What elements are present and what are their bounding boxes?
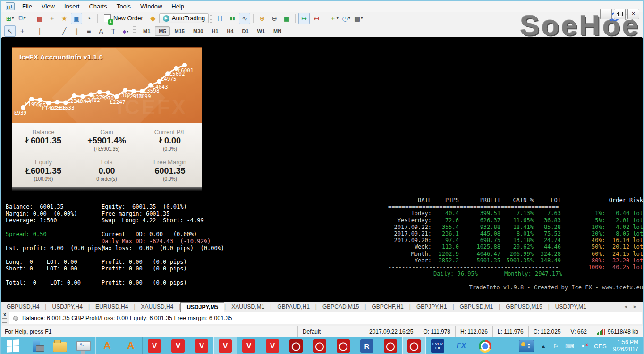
broker-circle-glyph: ◯ xyxy=(337,339,350,353)
tab-scroll-left-icon[interactable]: ◄ xyxy=(623,304,628,312)
tab-xauusd-m1[interactable]: XAUUSD,M1 xyxy=(226,302,270,312)
menu-view[interactable]: View xyxy=(37,1,59,11)
text-label-tool-icon[interactable]: T xyxy=(108,25,119,37)
timeframe-m1[interactable]: M1 xyxy=(139,26,154,36)
tab-scroll-right-icon[interactable]: ► xyxy=(633,304,637,312)
chart-area[interactable]: ICEFX IceFX AccountInfo v1.1.0 Ł939Ł1955… xyxy=(2,37,642,302)
timeframe-w1[interactable]: W1 xyxy=(254,26,269,36)
broker-circle-icon[interactable]: ◯ xyxy=(402,337,426,354)
task-view-icon[interactable] xyxy=(25,337,48,354)
timeframe-m15[interactable]: M15 xyxy=(171,26,188,36)
start-button[interactable] xyxy=(1,337,25,354)
tray-settings-icon[interactable] xyxy=(519,340,534,352)
terminal-icon[interactable]: ▣ xyxy=(71,13,82,24)
mt4-terminal-icon[interactable]: V xyxy=(213,337,237,354)
system-monitor-icon[interactable] xyxy=(72,337,95,354)
tab-usdjpy-m1[interactable]: USDJPY,M1 xyxy=(550,302,592,312)
tab-eurusd-h4[interactable]: EURUSD,H4 xyxy=(90,302,134,312)
auto-scroll-icon[interactable]: ↦ xyxy=(298,13,310,24)
templates-icon[interactable]: ▤▾ xyxy=(353,13,364,24)
mt4-terminal-icon[interactable]: V xyxy=(237,337,261,354)
zoom-out-icon[interactable]: ⊖ xyxy=(269,13,280,24)
menu-file[interactable]: File xyxy=(17,1,37,11)
timeframe-d1[interactable]: D1 xyxy=(238,26,253,36)
fx-app-icon[interactable]: FX xyxy=(449,337,473,354)
mt4-terminal-icon[interactable]: V xyxy=(261,337,284,354)
horizontal-line-tool-icon[interactable]: — xyxy=(46,25,58,37)
tile-windows-icon[interactable]: ▦ xyxy=(281,13,292,24)
cursor-tool-icon[interactable]: ↖ xyxy=(4,25,16,37)
new-chart-icon[interactable]: ⊞▾ xyxy=(4,13,16,24)
terminal-close-icon[interactable]: x xyxy=(2,312,8,318)
periods-icon[interactable]: ◷▾ xyxy=(340,13,352,24)
timeframe-mn[interactable]: MN xyxy=(270,26,285,36)
taskbar-clock[interactable]: 1:56 PM 9/26/2017 xyxy=(613,339,638,353)
chrome-icon[interactable] xyxy=(473,337,497,354)
column-header: DATE xyxy=(388,197,432,203)
indicators-icon[interactable]: ＋▾ xyxy=(328,13,339,24)
menu-tools[interactable]: Tools xyxy=(112,1,136,11)
restore-button[interactable] xyxy=(614,9,626,19)
minimize-button[interactable]: – xyxy=(600,9,612,19)
data-window-icon[interactable]: ＋ xyxy=(46,13,58,24)
mt4-terminal-icon[interactable]: V xyxy=(143,337,166,354)
vertical-line-tool-icon[interactable]: | xyxy=(34,25,45,37)
line-chart-icon[interactable]: ∿ xyxy=(239,13,250,24)
tab-gbpaud-h1[interactable]: GBPAUD,H1 xyxy=(271,302,315,312)
trendline-tool-icon[interactable]: ╱ xyxy=(59,25,70,37)
crosshair-tool-icon[interactable]: ＋ xyxy=(17,25,28,37)
broker-circle-icon[interactable]: ◯ xyxy=(284,337,308,354)
r-trader-icon[interactable]: R xyxy=(355,337,379,354)
menu-window[interactable]: Window xyxy=(136,1,167,11)
everfx-icon[interactable]: EVERFX xyxy=(426,337,449,354)
chart-shift-icon[interactable]: ↤ xyxy=(311,13,322,24)
keyboard-layout[interactable]: CES xyxy=(594,343,607,350)
fibonacci-tool-icon[interactable]: ≡ xyxy=(83,25,94,37)
tab-usdjpy-h4[interactable]: USDJPY,H4 xyxy=(46,302,88,312)
profile-cell[interactable]: Default xyxy=(297,326,364,337)
network-icon[interactable]: ⌨ xyxy=(565,343,574,350)
text-tool-icon[interactable]: A xyxy=(95,25,107,37)
tray-expand-icon[interactable]: ▲ xyxy=(541,343,547,350)
candlestick-chart-icon[interactable]: ▮▮ xyxy=(227,13,238,24)
menu-help[interactable]: Help xyxy=(167,1,189,11)
broker-circle-icon[interactable]: ◯ xyxy=(379,337,402,354)
tab-usdjpy-m5[interactable]: USDJPY,M5 xyxy=(180,302,224,312)
speaker-muted-icon[interactable]: × xyxy=(581,343,587,349)
timeframe-h4[interactable]: H4 xyxy=(223,26,237,36)
menu-charts[interactable]: Charts xyxy=(84,1,111,11)
tab-gbpusd-m15[interactable]: GBPUSD,M15 xyxy=(500,302,548,312)
menu-insert[interactable]: Insert xyxy=(59,1,85,11)
channel-tool-icon[interactable]: ∥ xyxy=(71,25,82,37)
market-watch-icon[interactable]: ▤ xyxy=(34,13,45,24)
tab-gbpusd-m1[interactable]: GBPUSD,M1 xyxy=(454,302,499,312)
tab-gbpchf-h1[interactable]: GBPCHF,H1 xyxy=(366,302,409,312)
action-center-flag-icon[interactable]: ⚐ xyxy=(553,343,559,350)
navigator-icon[interactable]: ★ xyxy=(59,13,70,24)
tab-gbpcad-m15[interactable]: GBPCAD,M15 xyxy=(317,302,364,312)
new-order-button[interactable]: New Order xyxy=(100,13,147,24)
terminal-menu-icon[interactable] xyxy=(2,318,7,323)
mt4-terminal-icon[interactable]: V xyxy=(190,337,213,354)
autotrading-button[interactable]: ▶ AutoTrading xyxy=(159,13,209,23)
zoom-in-icon[interactable]: ⊕ xyxy=(256,13,268,24)
timeframe-h1[interactable]: H1 xyxy=(208,26,222,36)
timeframe-m5[interactable]: M5 xyxy=(155,26,169,36)
trading-app-a-icon[interactable]: A xyxy=(95,337,119,354)
trading-app-a-icon[interactable]: A xyxy=(119,337,143,354)
profiles-icon[interactable]: ⧉▾ xyxy=(17,13,28,24)
metaeditor-icon[interactable]: ◆ xyxy=(147,13,159,24)
bar-chart-icon[interactable]: ||| xyxy=(214,13,226,24)
tab-xauusd-h4[interactable]: XAUUSD,H4 xyxy=(136,302,179,312)
mt4-terminal-icon[interactable]: V xyxy=(166,337,190,354)
close-button[interactable]: × xyxy=(627,9,639,19)
strategy-tester-icon[interactable]: ◔ xyxy=(83,13,94,24)
broker-circle-icon[interactable]: ◯ xyxy=(331,337,355,354)
file-explorer-icon[interactable] xyxy=(48,337,72,354)
account-summary-row[interactable]: Balance: 6 001.35 GBP Profit/Loss: 0.00 … xyxy=(9,312,642,324)
tab-gbpusd-h4[interactable]: GBPUSD,H4 xyxy=(1,302,45,312)
tab-gbpjpy-h1[interactable]: GBPJPY,H1 xyxy=(411,302,452,312)
arrows-tool-icon[interactable]: ◆▾ xyxy=(120,25,131,37)
broker-circle-icon[interactable]: ◯ xyxy=(308,337,331,354)
timeframe-m30[interactable]: M30 xyxy=(189,26,207,36)
